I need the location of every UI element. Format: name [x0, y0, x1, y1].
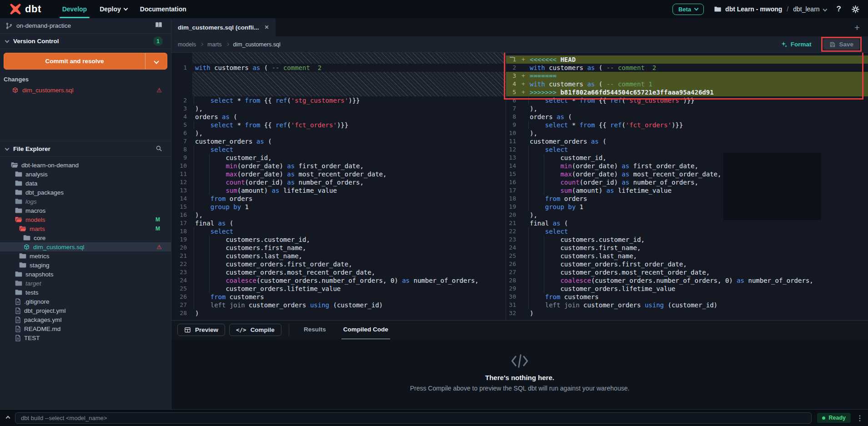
code-line-right-30[interactable]: 30 from customers: [506, 293, 868, 301]
repo-selector[interactable]: on-demand-practice: [0, 18, 171, 34]
tab-results[interactable]: Results: [302, 321, 328, 340]
tree-item-marts[interactable]: martsM: [0, 224, 171, 233]
code-line-right-26[interactable]: 26 customer_orders.first_order_date,: [506, 260, 868, 268]
tree-item-target[interactable]: target: [0, 279, 171, 288]
commit-options-dropdown[interactable]: [145, 53, 167, 69]
code-line-right-8[interactable]: 8orders as (: [506, 113, 868, 121]
code-line-right-18[interactable]: 18 from orders: [506, 195, 868, 203]
tree-item-README.md[interactable]: README.md: [0, 324, 171, 333]
code-line-left-24[interactable]: 24 coalesce(customer_orders.number_of_or…: [171, 276, 506, 285]
tree-item-macros[interactable]: macros: [0, 206, 171, 215]
format-button[interactable]: Format: [781, 41, 812, 48]
tree-item-dbt-learn-on-demand[interactable]: dbt-learn-on-demand: [0, 160, 171, 170]
commit-and-resolve-button[interactable]: Commit and resolve: [4, 53, 167, 70]
code-line-right-24[interactable]: 24 customers.first_name,: [506, 244, 868, 252]
tab-dim-customers[interactable]: dim_customers.sql (confli... ✕: [171, 18, 276, 36]
tree-item-staging[interactable]: staging: [0, 261, 171, 270]
code-line-left-5[interactable]: 5 select * from {{ ref('fct_orders')}}: [171, 121, 506, 129]
code-line-left-18[interactable]: 18 select: [171, 227, 506, 236]
code-editor[interactable]: 1with customers as ( -- comment 22 selec…: [171, 53, 868, 320]
fold-icon[interactable]: [510, 57, 513, 60]
code-line-left-12[interactable]: 12 count(order_id) as number_of_orders,: [171, 178, 506, 186]
code-line-right-3[interactable]: 3+=======: [506, 72, 868, 80]
code-line-left-15[interactable]: 15 group by 1: [171, 203, 506, 211]
tree-item-packages.yml[interactable]: packages.yml: [0, 315, 171, 324]
tab-compiled-code[interactable]: Compiled Code: [341, 321, 390, 340]
code-line-right-2[interactable]: 2with customers as ( -- comment 2: [506, 64, 868, 72]
tree-item-dbt_project.yml[interactable]: dbt_project.yml: [0, 306, 171, 315]
code-line-left-9[interactable]: 9 customer_id,: [171, 154, 506, 162]
code-line-right-22[interactable]: 22 select: [506, 227, 868, 236]
code-line-right-31[interactable]: 31 left join customer_orders using (cust…: [506, 301, 868, 309]
tree-item-core[interactable]: core: [0, 233, 171, 242]
help-button[interactable]: ?: [837, 5, 841, 14]
file-explorer-header[interactable]: File Explorer: [0, 141, 171, 157]
code-line-left-14[interactable]: 14 from orders: [171, 195, 506, 203]
beta-dropdown[interactable]: Beta: [672, 4, 704, 15]
settings-gear-button[interactable]: [851, 5, 860, 14]
nav-item-documentation[interactable]: Documentation: [134, 0, 193, 18]
code-line-right-25[interactable]: 25 customers.last_name,: [506, 252, 868, 260]
save-button[interactable]: Save: [823, 39, 859, 50]
code-line-right-9[interactable]: 9 select * from {{ ref('fct_orders')}}: [506, 121, 868, 129]
code-line-right-27[interactable]: 27 customer_orders.most_recent_order_dat…: [506, 268, 868, 276]
code-line-right-21[interactable]: 21final as (: [506, 219, 868, 227]
code-line-right-19[interactable]: 19 group by 1: [506, 203, 868, 211]
code-line-left-27[interactable]: 27 left join customer_orders using (cust…: [171, 301, 506, 309]
code-line-left-7[interactable]: 7customer_orders as (: [171, 137, 506, 145]
editor-left-pane[interactable]: 1with customers as ( -- comment 22 selec…: [171, 53, 506, 320]
code-line-right-5[interactable]: 5+>>>>>>> b81f802a66fd544504c65721e3ffaa…: [506, 88, 868, 96]
file-search-button[interactable]: [155, 145, 163, 154]
kebab-menu-icon[interactable]: ⋮: [856, 414, 863, 422]
code-line-left-17[interactable]: 17final as (: [171, 219, 506, 227]
code-line-left-23[interactable]: 23 customer_orders.most_recent_order_dat…: [171, 268, 506, 276]
code-line-right-13[interactable]: 13 customer_id,: [506, 154, 868, 162]
code-line-right-1[interactable]: 1+<<<<<<< HEAD: [506, 55, 868, 64]
editor-right-pane[interactable]: 1+<<<<<<< HEAD2with customers as ( -- co…: [506, 53, 868, 320]
tree-item-tests[interactable]: tests: [0, 288, 171, 297]
code-line-left-13[interactable]: 13 sum(amount) as lifetime_value: [171, 186, 506, 195]
code-line-left-10[interactable]: 10 min(order_date) as first_order_date,: [171, 162, 506, 170]
code-line-right-12[interactable]: 12 select: [506, 145, 868, 154]
close-icon[interactable]: ✕: [265, 24, 269, 30]
code-line-right-28[interactable]: 28 coalesce(customer_orders.number_of_or…: [506, 276, 868, 285]
new-tab-button[interactable]: +: [854, 23, 860, 32]
tree-item-logs[interactable]: logs: [0, 197, 171, 206]
code-line-left-6[interactable]: 6),: [171, 129, 506, 137]
code-line-right-17[interactable]: 17 sum(amount) as lifetime_value: [506, 186, 868, 195]
breadcrumb-marts[interactable]: marts: [207, 41, 221, 48]
code-line-right-29[interactable]: 29 customer_orders.lifetime_value: [506, 285, 868, 293]
tree-item-dim_customers.sql[interactable]: dim_customers.sql⚠: [0, 242, 171, 251]
docs-book-icon[interactable]: [155, 21, 163, 30]
code-line-right-23[interactable]: 23 customers.customer_id,: [506, 236, 868, 244]
changed-file-row[interactable]: dim_customers.sql ⚠: [0, 85, 171, 95]
code-line-right-20[interactable]: 20),: [506, 211, 868, 219]
code-line-left-20[interactable]: 20 customers.first_name,: [171, 244, 506, 252]
code-line-right-6[interactable]: 6 select * from {{ ref('stg_customers')}…: [506, 96, 868, 105]
code-line-left-26[interactable]: 26 from customers: [171, 293, 506, 301]
expand-panel-chevron[interactable]: [6, 416, 10, 420]
tree-item-metrics[interactable]: metrics: [0, 251, 171, 261]
code-line-left-11[interactable]: 11 max(order_date) as most_recent_order_…: [171, 170, 506, 178]
tree-item-dbt_packages[interactable]: dbt_packages: [0, 188, 171, 197]
code-line-right-15[interactable]: 15 max(order_date) as most_recent_order_…: [506, 170, 868, 178]
code-line-left-19[interactable]: 19 customers.customer_id,: [171, 236, 506, 244]
tree-item-models[interactable]: modelsM: [0, 215, 171, 224]
tree-item-.gitignore[interactable]: .gitignore: [0, 297, 171, 306]
nav-item-develop[interactable]: Develop: [56, 0, 93, 18]
compile-button[interactable]: </> Compile: [229, 324, 281, 336]
code-line-left-3[interactable]: 3),: [171, 105, 506, 113]
dbt-logo[interactable]: dbt: [9, 0, 41, 18]
code-line-right-7[interactable]: 7),: [506, 105, 868, 113]
version-control-header[interactable]: Version Control 1: [0, 34, 171, 49]
code-line-right-4[interactable]: 4+with customers as ( -- comment 1: [506, 80, 868, 88]
code-line-right-14[interactable]: 14 min(order_date) as first_order_date,: [506, 162, 868, 170]
tree-item-data[interactable]: data: [0, 179, 171, 188]
code-line-left-1[interactable]: 1with customers as ( -- comment 2: [171, 64, 506, 72]
tree-item-analysis[interactable]: analysis: [0, 170, 171, 179]
code-line-right-16[interactable]: 16 count(order_id) as number_of_orders,: [506, 178, 868, 186]
dbt-command-input[interactable]: [15, 412, 812, 424]
code-line-left-8[interactable]: 8 select: [171, 145, 506, 154]
tree-item-TEST[interactable]: TEST: [0, 333, 171, 342]
code-line-left-21[interactable]: 21 customers.last_name,: [171, 252, 506, 260]
